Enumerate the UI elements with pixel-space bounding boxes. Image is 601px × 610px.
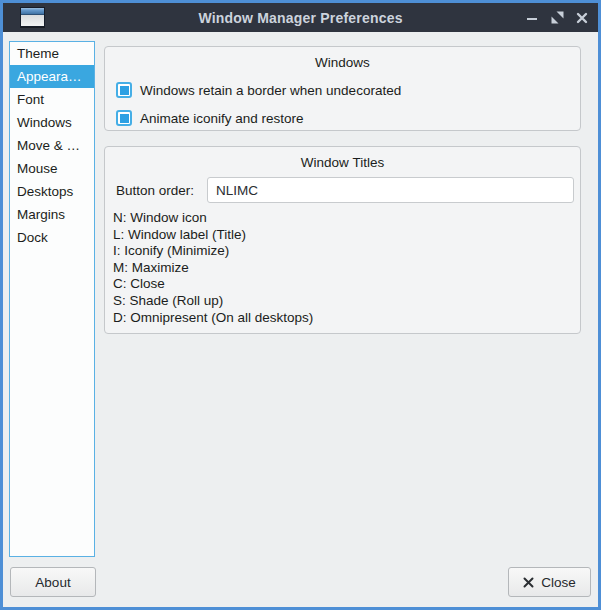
window-controls: [524, 3, 590, 32]
close-icon: [576, 12, 588, 24]
about-button[interactable]: About: [10, 567, 96, 597]
checkbox-row-animate-iconify[interactable]: Animate iconify and restore: [116, 108, 304, 128]
button-order-legend: N: Window icon L: Window label (Title) I…: [113, 210, 574, 326]
close-dialog-button[interactable]: Close: [508, 567, 591, 597]
legend-line-l: L: Window label (Title): [113, 227, 574, 244]
checkbox-checked-mark: [120, 86, 129, 95]
maximize-button[interactable]: [549, 10, 565, 26]
minimize-button[interactable]: [524, 10, 540, 26]
windows-group-title: Windows: [105, 55, 580, 70]
sidebar-item-theme[interactable]: Theme: [10, 42, 94, 65]
dialog-content: Theme Appeara… Font Windows Move & … Mou…: [3, 32, 598, 607]
sidebar-item-desktops[interactable]: Desktops: [10, 180, 94, 203]
legend-line-m: M: Maximize: [113, 260, 574, 277]
checkbox-row-retain-border[interactable]: Windows retain a border when undecorated: [116, 80, 401, 100]
button-order-row: Button order:: [116, 177, 574, 203]
about-button-label: About: [35, 575, 70, 590]
sidebar-item-dock[interactable]: Dock: [10, 226, 94, 249]
window-manager-preferences-dialog: Window Manager Preferences: [0, 0, 601, 610]
checkbox-checked-mark: [120, 114, 129, 123]
legend-line-i: I: Iconify (Minimize): [113, 243, 574, 260]
close-button-label: Close: [541, 575, 576, 590]
sidebar-item-margins[interactable]: Margins: [10, 203, 94, 226]
sidebar-item-move-resize[interactable]: Move & …: [10, 134, 94, 157]
maximize-icon: [551, 11, 564, 24]
checkbox-animate-iconify[interactable]: [116, 110, 132, 126]
sidebar-item-mouse[interactable]: Mouse: [10, 157, 94, 180]
legend-line-c: C: Close: [113, 276, 574, 293]
minimize-icon: [526, 12, 538, 24]
legend-line-n: N: Window icon: [113, 210, 574, 227]
legend-line-s: S: Shade (Roll up): [113, 293, 574, 310]
sidebar-item-font[interactable]: Font: [10, 88, 94, 111]
window-title: Window Manager Preferences: [3, 3, 598, 32]
titlebar[interactable]: Window Manager Preferences: [3, 3, 598, 32]
close-button[interactable]: [574, 10, 590, 26]
category-list: Theme Appeara… Font Windows Move & … Mou…: [9, 41, 95, 557]
legend-line-d: D: Omnipresent (On all desktops): [113, 310, 574, 327]
button-order-input[interactable]: [207, 177, 574, 203]
sidebar-item-windows[interactable]: Windows: [10, 111, 94, 134]
sidebar-item-appearance[interactable]: Appeara…: [10, 65, 94, 88]
windows-group-frame: Windows Windows retain a border when und…: [104, 46, 581, 131]
window-titles-group-title: Window Titles: [105, 155, 580, 170]
button-order-label: Button order:: [116, 183, 194, 198]
checkbox-label: Windows retain a border when undecorated: [140, 83, 401, 98]
close-x-icon: [523, 577, 534, 588]
window-titles-group-frame: Window Titles Button order: N: Window ic…: [104, 146, 581, 334]
checkbox-retain-border[interactable]: [116, 82, 132, 98]
checkbox-label: Animate iconify and restore: [140, 111, 304, 126]
